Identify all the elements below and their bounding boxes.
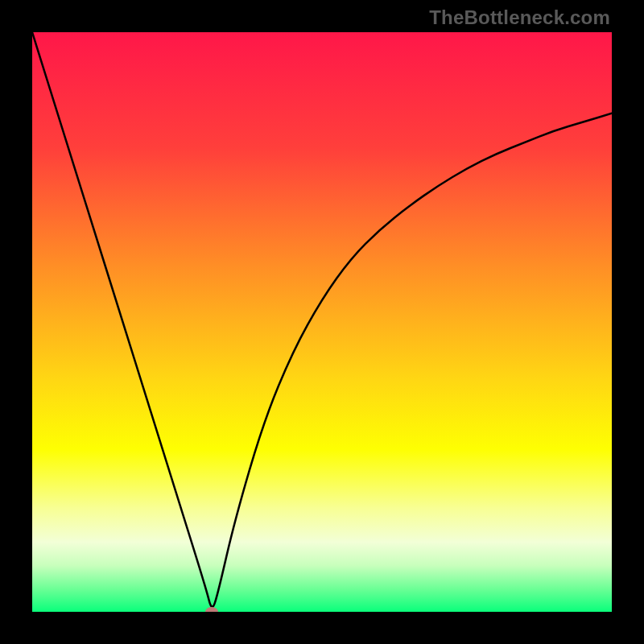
optimum-marker bbox=[205, 607, 218, 612]
chart-frame: TheBottleneck.com bbox=[0, 0, 644, 644]
plot-area bbox=[32, 32, 612, 612]
watermark-text: TheBottleneck.com bbox=[429, 6, 610, 29]
bottleneck-curve bbox=[32, 32, 612, 612]
